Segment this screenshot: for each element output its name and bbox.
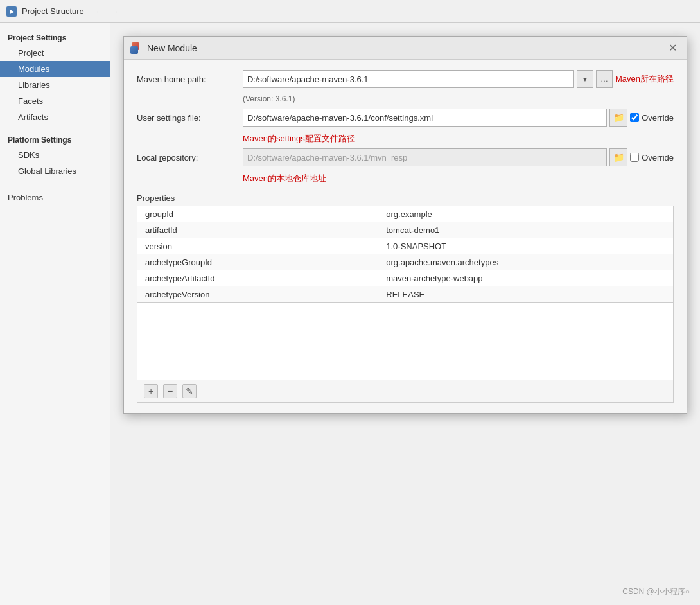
maven-home-row: Maven home path: ▼ … Maven所在路径 xyxy=(137,70,674,88)
local-repo-input xyxy=(243,148,607,166)
sidebar-item-modules[interactable]: Modules xyxy=(0,61,110,77)
edit-property-button[interactable]: ✎ xyxy=(182,384,197,398)
property-value: RELEASE xyxy=(378,286,673,303)
property-row[interactable]: archetypeVersionRELEASE xyxy=(137,286,674,303)
property-value: org.example xyxy=(378,206,673,223)
main-content: New Module ✕ Maven home path: ▼ … xyxy=(110,23,700,605)
sidebar-item-libraries[interactable]: Libraries xyxy=(0,77,110,93)
watermark: CSDN @小小程序○ xyxy=(622,586,690,597)
platform-settings-section: Platform Settings xyxy=(0,130,110,147)
user-settings-browse-button[interactable]: 📁 xyxy=(609,109,627,127)
property-row[interactable]: archetypeGroupIdorg.apache.maven.archety… xyxy=(137,254,674,270)
local-repo-annotation: Maven的本地仓库地址 xyxy=(243,173,326,183)
properties-title: Properties xyxy=(137,191,674,206)
maven-home-annotation: Maven所在路径 xyxy=(615,73,674,85)
add-property-button[interactable]: + xyxy=(144,384,158,398)
local-repo-browse-button[interactable]: 📁 xyxy=(609,148,627,166)
local-repo-override-wrapper: Override xyxy=(630,153,674,162)
properties-empty-area xyxy=(137,303,674,380)
sidebar-item-artifacts[interactable]: Artifacts xyxy=(0,109,110,125)
icon-bottom xyxy=(130,46,138,54)
title-bar: ▶ Project Structure ← → xyxy=(0,0,700,23)
maven-version-text: (Version: 3.6.1) xyxy=(243,94,674,103)
local-repo-override-checkbox[interactable] xyxy=(630,153,639,162)
property-key: archetypeGroupId xyxy=(137,254,379,270)
sidebar-item-sdks[interactable]: SDKs xyxy=(0,147,110,163)
properties-table: groupIdorg.exampleartifactIdtomcat-demo1… xyxy=(137,206,674,303)
sidebar-item-problems[interactable]: Problems xyxy=(0,189,110,206)
property-value: tomcat-demo1 xyxy=(378,222,673,238)
property-row[interactable]: archetypeArtifactIdmaven-archetype-webap… xyxy=(137,270,674,286)
property-row[interactable]: artifactIdtomcat-demo1 xyxy=(137,222,674,238)
back-button[interactable]: ← xyxy=(93,5,106,18)
local-repo-row: Local repository: 📁 Override xyxy=(137,148,674,166)
body-split: Project Settings Project Modules Librari… xyxy=(0,23,700,605)
local-repo-label: Local repository: xyxy=(137,153,236,162)
user-settings-row: User settings file: 📁 Override xyxy=(137,109,674,127)
properties-footer: + − ✎ xyxy=(137,380,674,403)
user-settings-input-wrapper: 📁 Override xyxy=(243,109,674,127)
user-settings-label: User settings file: xyxy=(137,113,236,123)
user-settings-override-wrapper: Override xyxy=(630,113,674,123)
property-key: artifactId xyxy=(137,222,379,238)
user-settings-input[interactable] xyxy=(243,109,607,127)
local-repo-override-label[interactable]: Override xyxy=(642,153,674,162)
property-key: groupId xyxy=(137,206,379,223)
maven-home-label: Maven home path: xyxy=(137,75,236,84)
maven-home-browse-button[interactable]: … xyxy=(596,70,613,88)
property-key: version xyxy=(137,238,379,254)
window-title: Project Structure xyxy=(22,6,84,16)
property-row[interactable]: groupIdorg.example xyxy=(137,206,674,223)
user-settings-override-label[interactable]: Override xyxy=(642,113,674,123)
sidebar-item-global-libraries[interactable]: Global Libraries xyxy=(0,163,110,179)
property-value: 1.0-SNAPSHOT xyxy=(378,238,673,254)
remove-property-button[interactable]: − xyxy=(163,384,177,398)
modal-body: Maven home path: ▼ … Maven所在路径 (Version:… xyxy=(124,60,687,413)
user-settings-annotation: Maven的settings配置文件路径 xyxy=(243,134,355,143)
modal-title: New Module xyxy=(147,43,660,53)
nav-controls: ← → xyxy=(93,5,121,18)
property-key: archetypeVersion xyxy=(137,286,379,303)
maven-home-dropdown-button[interactable]: ▼ xyxy=(577,70,593,88)
app-icon: ▶ xyxy=(6,6,17,17)
sidebar: Project Settings Project Modules Librari… xyxy=(0,23,110,605)
modal-title-bar: New Module ✕ xyxy=(124,37,687,60)
modal-window: New Module ✕ Maven home path: ▼ … xyxy=(123,36,687,414)
forward-button[interactable]: → xyxy=(109,5,121,18)
property-key: archetypeArtifactId xyxy=(137,270,379,286)
properties-section: Properties groupIdorg.exampleartifactIdt… xyxy=(137,191,674,403)
local-repo-input-wrapper: 📁 Override xyxy=(243,148,674,166)
project-settings-section: Project Settings xyxy=(0,28,110,45)
sidebar-item-facets[interactable]: Facets xyxy=(0,93,110,109)
property-value: org.apache.maven.archetypes xyxy=(378,254,673,270)
property-value: maven-archetype-webapp xyxy=(378,270,673,286)
outer-window: ▶ Project Structure ← → Project Settings… xyxy=(0,0,700,605)
modal-close-button[interactable]: ✕ xyxy=(665,40,680,56)
property-row[interactable]: version1.0-SNAPSHOT xyxy=(137,238,674,254)
user-settings-override-checkbox[interactable] xyxy=(630,113,639,122)
modal-icon xyxy=(130,42,142,54)
sidebar-item-project[interactable]: Project xyxy=(0,45,110,61)
maven-home-input[interactable] xyxy=(243,70,574,88)
maven-home-input-wrapper: ▼ … Maven所在路径 xyxy=(243,70,674,88)
